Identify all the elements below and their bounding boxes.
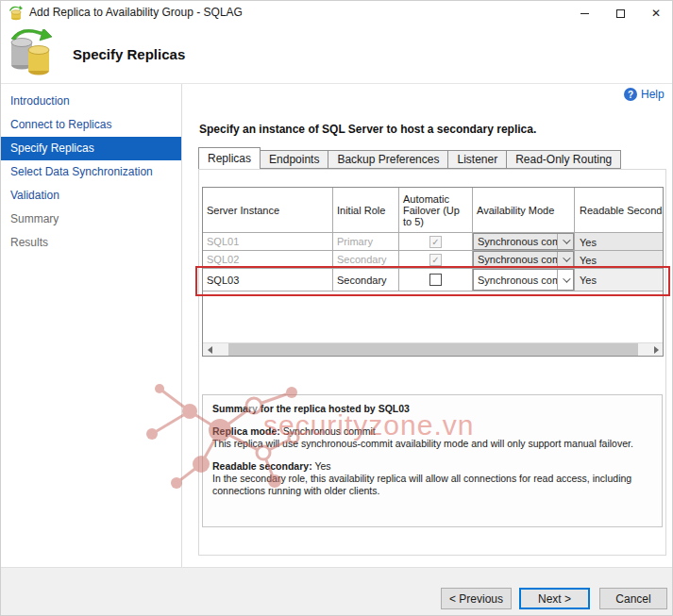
scroll-right-icon (654, 346, 659, 354)
readable-secondary-dropdown[interactable]: Yes (575, 251, 663, 268)
column-initial-role: Initial Role (333, 188, 399, 232)
sidebar-item-introduction[interactable]: Introduction (1, 90, 181, 113)
column-availability-mode: Availability Mode (473, 188, 575, 232)
cell-server: SQL01 (203, 233, 333, 250)
scroll-left-button[interactable] (203, 343, 216, 356)
check-icon: ✓ (431, 255, 439, 265)
availability-mode-dropdown[interactable]: Synchronous commit (473, 251, 574, 268)
wizard-steps-sidebar: Introduction Connect to Replicas Specify… (1, 84, 182, 567)
scroll-left-icon (208, 346, 212, 354)
availability-mode-dropdown[interactable]: Synchronous commit (473, 269, 574, 291)
checkbox-checked-disabled: ✓ (429, 254, 442, 266)
maximize-icon (616, 9, 625, 18)
tab-read-only-routing[interactable]: Read-Only Routing (506, 150, 621, 169)
dropdown-button[interactable] (557, 252, 573, 267)
replica-mode-value: Synchronous commit (283, 425, 376, 437)
availability-mode-dropdown[interactable]: Synchronous commit (473, 233, 574, 250)
scrollbar-thumb[interactable] (228, 343, 638, 356)
sidebar-item-select-data-sync[interactable]: Select Data Synchronization (1, 160, 181, 184)
horizontal-scrollbar[interactable] (203, 342, 663, 356)
scrollbar-track[interactable] (216, 343, 649, 356)
replica-database-icon (8, 29, 57, 78)
close-button[interactable]: ✕ (640, 1, 672, 25)
table-row-sql03[interactable]: SQL03 Secondary Synchronous commit Yes (203, 269, 663, 291)
cell-availability-mode: Synchronous commit (473, 233, 575, 250)
dropdown-button[interactable] (557, 270, 573, 290)
checkbox-unchecked[interactable] (429, 274, 442, 286)
chevron-down-icon (563, 236, 570, 243)
window-title: Add Replica to Availability Group - SQLA… (29, 6, 243, 19)
cell-role: Secondary (333, 269, 399, 291)
title-bar: Add Replica to Availability Group - SQLA… (1, 1, 673, 25)
scroll-right-button[interactable] (649, 343, 663, 356)
check-icon: ✓ (431, 237, 439, 247)
cell-server: SQL02 (203, 251, 333, 268)
summary-replica-mode: Replica mode: Synchronous commit This re… (212, 425, 652, 450)
summary-title: Summary for the replica hosted by SQL03 (212, 403, 652, 415)
sidebar-item-summary: Summary (1, 208, 181, 231)
page-title: Specify Replicas (73, 46, 185, 62)
sidebar-item-specify-replicas[interactable]: Specify Replicas (1, 137, 181, 160)
sidebar-item-connect-to-replicas[interactable]: Connect to Replicas (1, 113, 181, 137)
readable-secondary-dropdown[interactable]: Yes (575, 233, 663, 250)
replica-summary-panel: Summary for the replica hosted by SQL03 … (202, 394, 663, 527)
column-readable-secondary: Readable Secondary (575, 188, 663, 232)
column-automatic-failover: Automatic Failover (Up to 5) (399, 188, 473, 232)
minimize-icon (580, 13, 589, 14)
cell-readable-secondary: Yes (575, 251, 663, 268)
table-row-sql01: SQL01 Primary ✓ Synchronous commit Yes (203, 233, 663, 251)
checkbox-checked-disabled: ✓ (429, 236, 442, 248)
cell-auto-failover: ✓ (399, 233, 473, 250)
table-row-sql02: SQL02 Secondary ✓ Synchronous commit Yes (203, 251, 663, 269)
cell-availability-mode: Synchronous commit (473, 269, 575, 291)
readable-secondary-description: In the secondary role, this availability… (212, 473, 652, 497)
tab-listener[interactable]: Listener (447, 150, 507, 169)
replica-mode-description: This replica will use synchronous-commit… (212, 438, 652, 450)
cell-role: Secondary (333, 251, 399, 268)
tab-strip: Replicas Endpoints Backup Preferences Li… (198, 148, 620, 169)
chevron-down-icon (563, 275, 570, 282)
wizard-header: Specify Replicas (1, 25, 673, 84)
readable-secondary-dropdown[interactable]: Yes (575, 269, 663, 291)
readable-secondary-value: Yes (314, 460, 330, 472)
grid-header-row: Server Instance Initial Role Automatic F… (203, 188, 663, 233)
summary-readable-secondary: Readable secondary: Yes In the secondary… (212, 460, 652, 497)
availability-replicas-grid: Server Instance Initial Role Automatic F… (202, 187, 664, 357)
cell-auto-failover (399, 269, 473, 291)
previous-button[interactable]: < Previous (441, 588, 512, 609)
close-icon: ✕ (651, 7, 661, 20)
wizard-footer: < Previous Next > Cancel (1, 567, 673, 616)
readable-secondary-label: Readable secondary: (212, 460, 312, 472)
cancel-button[interactable]: Cancel (599, 588, 667, 609)
cell-role: Primary (333, 233, 399, 250)
wizard-window: Add Replica to Availability Group - SQLA… (0, 0, 673, 616)
cell-server: SQL03 (203, 269, 333, 291)
cell-auto-failover: ✓ (399, 251, 473, 268)
replica-mode-label: Replica mode: (212, 425, 280, 437)
minimize-button[interactable] (568, 1, 600, 25)
app-icon (8, 6, 24, 21)
help-label: Help (641, 88, 665, 101)
instruction-text: Specify an instance of SQL Server to hos… (199, 123, 536, 136)
help-icon: ? (624, 88, 637, 101)
cell-readable-secondary: Yes (575, 269, 663, 291)
cell-readable-secondary: Yes (575, 233, 663, 250)
column-server-instance: Server Instance (203, 188, 333, 232)
sidebar-item-validation[interactable]: Validation (1, 184, 181, 208)
help-link[interactable]: ? Help (624, 88, 665, 101)
tab-replicas[interactable]: Replicas (198, 147, 261, 169)
chevron-down-icon (563, 254, 570, 261)
tab-backup-preferences[interactable]: Backup Preferences (328, 150, 448, 169)
dropdown-button[interactable] (557, 234, 573, 249)
tab-endpoints[interactable]: Endpoints (260, 150, 328, 169)
sidebar-item-results: Results (1, 231, 181, 255)
cell-availability-mode: Synchronous commit (473, 251, 575, 268)
next-button[interactable]: Next > (519, 588, 590, 609)
maximize-button[interactable] (604, 1, 636, 25)
